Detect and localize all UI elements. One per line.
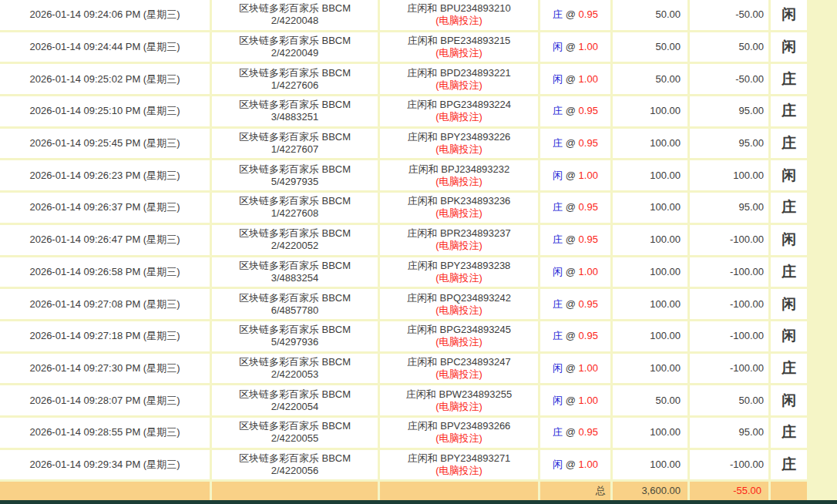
game-name: 区块链多彩百家乐 BBCM [212,260,378,272]
amount-cell: 100.00 [613,354,690,386]
winloss-cell: 100.00 [690,160,771,193]
bet-pick: 闲 [553,395,563,406]
bet-id-cell: 庄闲和 BPV234893266 (电脑投注) [380,418,540,450]
bet-time-cell: 2026-01-14 09:25:10 PM (星期三) [0,96,212,129]
game-cell: 区块链多彩百家乐 BBCM 5/4297935 [212,160,380,193]
at-sign: @ [566,41,576,52]
bet-odds: 0.95 [579,234,598,245]
game-name: 区块链多彩百家乐 BBCM [212,99,378,111]
bet-row: 2026-01-14 09:27:30 PM (星期三) 区块链多彩百家乐 BB… [0,354,809,386]
result-cell: 闲 [771,32,809,65]
odds-cell: 庄 @ 0.95 [540,129,613,161]
bet-row: 2026-01-14 09:26:58 PM (星期三) 区块链多彩百家乐 BB… [0,257,809,290]
at-sign: @ [566,330,576,341]
winloss-cell: 95.00 [690,129,771,161]
result-cell: 庄 [771,64,809,96]
bet-odds: 0.95 [579,426,598,438]
game-name: 区块链多彩百家乐 BBCM [212,356,378,368]
bet-pick: 闲 [553,41,563,52]
bet-id: 庄闲和 BPG234893245 [380,324,538,336]
bet-odds: 0.95 [579,105,598,116]
bet-time-cell: 2026-01-14 09:25:02 PM (星期三) [0,64,212,96]
winloss-cell: 50.00 [690,385,771,418]
at-sign: @ [566,234,576,245]
game-name: 区块链多彩百家乐 BBCM [212,131,378,143]
bet-odds: 1.00 [579,362,598,374]
bet-id-cell: 庄闲和 BPJ234893232 (电脑投注) [380,160,540,193]
game-round: 2/4220053 [212,368,378,381]
bottom-bar [0,500,837,504]
bet-id-cell: 庄闲和 BPY234893226 (电脑投注) [380,129,540,161]
odds-cell: 庄 @ 0.95 [540,193,613,225]
result-cell: 庄 [771,257,809,290]
game-name: 区块链多彩百家乐 BBCM [212,227,378,240]
game-name: 区块链多彩百家乐 BBCM [212,388,378,401]
bet-row: 2026-01-14 09:27:08 PM (星期三) 区块链多彩百家乐 BB… [0,289,809,321]
bet-id-cell: 庄闲和 BPW234893255 (电脑投注) [380,385,540,418]
amount-cell: 100.00 [613,289,690,321]
odds-cell: 庄 @ 0.95 [540,289,613,321]
bet-time-cell: 2026-01-14 09:24:06 PM (星期三) [0,0,212,32]
game-name: 区块链多彩百家乐 BBCM [212,163,378,176]
winloss-cell: -100.00 [690,289,771,321]
bet-method: (电脑投注) [380,304,538,317]
game-round: 1/4227607 [212,143,378,156]
at-sign: @ [566,298,576,310]
bet-odds: 1.00 [579,266,598,277]
bet-id: 庄闲和 BPK234893236 [380,195,538,207]
game-round: 3/4883254 [212,272,378,284]
at-sign: @ [566,459,576,470]
bet-method: (电脑投注) [380,336,538,348]
game-cell: 区块链多彩百家乐 BBCM 2/4220053 [212,354,380,386]
odds-cell: 庄 @ 0.95 [540,225,613,257]
bet-time-cell: 2026-01-14 09:28:55 PM (星期三) [0,418,212,450]
bet-id-cell: 庄闲和 BPQ234893242 (电脑投注) [380,289,540,321]
bet-row: 2026-01-14 09:26:23 PM (星期三) 区块链多彩百家乐 BB… [0,160,809,193]
totals-empty-result [771,482,809,500]
game-name: 区块链多彩百家乐 BBCM [212,2,378,15]
bet-pick: 庄 [553,137,563,149]
bet-id-cell: 庄闲和 BPG234893224 (电脑投注) [380,96,540,129]
bet-pick: 庄 [553,298,563,310]
bet-id-cell: 庄闲和 BPR234893237 (电脑投注) [380,225,540,257]
bet-id: 庄闲和 BPD234893221 [380,67,538,79]
bet-time-cell: 2026-01-14 09:26:47 PM (星期三) [0,225,212,257]
amount-cell: 100.00 [613,321,690,354]
game-round: 2/4220056 [212,465,378,477]
result-cell: 庄 [771,129,809,161]
bet-id: 庄闲和 BPU234893210 [380,2,538,15]
game-round: 2/4220055 [212,432,378,445]
bet-pick: 庄 [553,426,563,438]
result-cell: 闲 [771,385,809,418]
bet-id: 庄闲和 BPY234893226 [380,131,538,143]
game-cell: 区块链多彩百家乐 BBCM 3/4883251 [212,96,380,129]
bet-method: (电脑投注) [380,47,538,59]
amount-cell: 100.00 [613,450,690,482]
bet-method: (电脑投注) [380,111,538,123]
odds-cell: 庄 @ 0.95 [540,418,613,450]
odds-cell: 闲 @ 1.00 [540,32,613,65]
bet-id: 庄闲和 BPE234893215 [380,35,538,47]
result-cell: 庄 [771,418,809,450]
bet-method: (电脑投注) [380,432,538,445]
bet-time-cell: 2026-01-14 09:26:37 PM (星期三) [0,193,212,225]
bet-id: 庄闲和 BPV234893266 [380,420,538,432]
result-cell: 闲 [771,0,809,32]
bet-odds: 1.00 [579,395,598,406]
game-round: 2/4220054 [212,401,378,413]
bet-odds: 1.00 [579,170,598,181]
bet-odds: 1.00 [579,41,598,52]
bet-odds: 0.95 [579,8,598,20]
game-name: 区块链多彩百家乐 BBCM [212,35,378,47]
at-sign: @ [566,266,576,277]
bet-pick: 庄 [553,330,563,341]
amount-cell: 100.00 [613,193,690,225]
bet-id: 庄闲和 BPY234893238 [380,260,538,272]
bet-row: 2026-01-14 09:28:07 PM (星期三) 区块链多彩百家乐 BB… [0,385,809,418]
amount-cell: 50.00 [613,0,690,32]
result-cell: 闲 [771,289,809,321]
bet-time-cell: 2026-01-14 09:27:08 PM (星期三) [0,289,212,321]
bet-pick: 闲 [553,362,563,374]
bet-id-cell: 庄闲和 BPY234893271 (电脑投注) [380,450,540,482]
bet-time-cell: 2026-01-14 09:27:18 PM (星期三) [0,321,212,354]
